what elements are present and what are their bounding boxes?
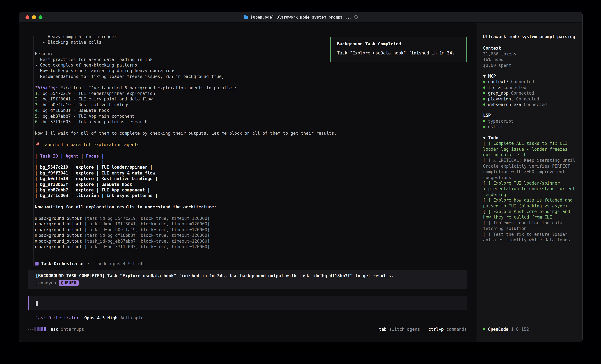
todo-checkbox: [ ] (483, 209, 493, 214)
minimize-button[interactable] (32, 15, 36, 19)
context-spent: $0.00 spent (483, 62, 577, 68)
folder-icon (244, 15, 249, 19)
terminal-line: ⚙background_output [task_id=bg_b0effa19,… (35, 227, 477, 233)
terminal-line (35, 147, 477, 153)
todo-text: Explore Rust core bindings and how they'… (483, 209, 570, 220)
todo-checkbox: [ ] (483, 198, 493, 202)
app-version: 1.0.152 (511, 327, 529, 332)
tab-key[interactable]: tab (379, 326, 387, 332)
todo-item[interactable]: [ ] Explore how data is fetched and pass… (483, 197, 577, 209)
notification-message: Task "Explore useData hook" finished in … (337, 51, 461, 56)
progress-spinner (28, 327, 46, 331)
terminal-line: 3. bg_b0effa19 - Rust native bindings (35, 102, 477, 108)
banner-user: junhoyeo (36, 280, 56, 285)
collapse-icon[interactable]: ▼ (483, 135, 486, 140)
connected-dot-icon (483, 86, 485, 89)
collapse-icon[interactable]: ▼ (483, 74, 486, 79)
todo-text: Complete ALL tasks to fix CLI loader lag… (483, 141, 568, 157)
traffic-lights (19, 15, 42, 19)
context-used: 16% used (483, 57, 577, 62)
zoom-button[interactable] (39, 15, 42, 19)
mcp-heading[interactable]: ▼ MCP (483, 73, 577, 79)
terminal-line (35, 79, 477, 85)
terminal-line: |---------|-------|-------| (35, 159, 477, 164)
app-name: OpenCode (488, 327, 508, 332)
desktop: [OpenCode] Ultrawork mode system prompt … (0, 0, 601, 364)
close-button[interactable] (25, 15, 30, 19)
esc-label: interrupt (61, 326, 84, 332)
terminal-line: - How to keep spinner animating during h… (35, 68, 477, 74)
terminal-line: Task-Orchestrator · claude-opus-4-5-high (35, 261, 477, 267)
terminal-line (35, 255, 477, 261)
terminal-line: ⚙background_output [task_id=bg_5547c219,… (35, 216, 477, 221)
session-title: Ultrawork mode system prompt parsing (483, 34, 577, 40)
text-cursor (36, 301, 38, 306)
terminal-line (35, 125, 477, 130)
gear-icon: ⚙ (35, 238, 38, 244)
conversation-pane[interactable]: - Heavy computation in render - Blocking… (19, 22, 477, 342)
terminal-line: | bg_eb87ebb7 | explore | TUI App compon… (35, 187, 477, 193)
ctrlp-label: commands (446, 326, 467, 332)
terminal-line: Launched 6 parallel exploration agents! (35, 142, 477, 147)
terminal-line: | Task ID | Agent | Focus | (35, 153, 477, 159)
connected-dot-icon (483, 81, 485, 83)
terminal-line: | bg_b0effa19 | explore | Rust native bi… (35, 176, 477, 182)
gear-icon: ⚙ (35, 227, 38, 233)
connected-dot-icon (483, 92, 485, 95)
model-name: Opus 4.5 High (84, 316, 118, 320)
todo-heading[interactable]: ▼ Todo (483, 135, 577, 141)
mcp-section: ▼ MCP context7 Connectedfigma Connectedg… (483, 73, 577, 107)
terminal-line: ⚙background_output [task_id=bg_eb87ebb7,… (35, 238, 477, 244)
terminal-line: 5. bg_eb87ebb7 - TUI App main component (35, 113, 477, 119)
window-title-area: [OpenCode] Ultrawork mode system prompt … (19, 12, 582, 22)
todo-checkbox: [ ] (483, 181, 493, 186)
terminal-line: ⚙background_output [task_id=bg_df18bb3f,… (35, 232, 477, 238)
status-bar: esc interrupt tab switch agent ctrl+p co… (28, 326, 467, 332)
connected-dot-icon (483, 120, 485, 122)
mcp-list: context7 Connectedfigma Connectedgrep_ap… (483, 79, 577, 107)
esc-key[interactable]: esc (51, 326, 58, 332)
connected-dot-icon (483, 98, 485, 100)
mcp-item: websearch_exa Connected (483, 102, 577, 107)
tab-label: switch agent (389, 326, 420, 332)
gear-icon: ⚙ (35, 221, 38, 227)
gear-icon: ⚙ (35, 244, 38, 250)
rocket-icon (35, 142, 40, 147)
notification-title: Background Task Completed (337, 41, 461, 46)
todo-item[interactable]: [ ] ⚠ CRITICAL: Keep iterating until Ora… (483, 158, 577, 180)
terminal-line: Thinking: Excellent! I've launched 6 bac… (35, 85, 477, 91)
todo-section: ▼ Todo [ ] Complete ALL tasks to fix CLI… (483, 135, 577, 243)
window-title: [OpenCode] Ultrawork mode system prompt … (250, 15, 352, 19)
mcp-item: figma Connected (483, 85, 577, 90)
notification-toast[interactable]: Background Task Completed Task "Explore … (330, 37, 467, 62)
terminal-line (35, 210, 477, 216)
todo-text: Explore how data is fetched and passed t… (483, 198, 572, 208)
mcp-item: context7 Connected (483, 79, 577, 85)
connected-dot-icon (483, 103, 485, 106)
todo-item[interactable]: [ ] Implement non-blocking data fetching… (483, 220, 577, 231)
todo-item[interactable]: [ ] Explore Rust core bindings and how t… (483, 209, 577, 220)
todo-item[interactable]: [ ] Explore TUI loader/spinner implement… (483, 180, 577, 197)
sidebar: Ultrawork mode system prompt parsing Con… (477, 22, 582, 342)
context-heading: Context (483, 46, 577, 51)
terminal-window: [OpenCode] Ultrawork mode system prompt … (19, 12, 583, 342)
provider-name: Anthropic (120, 316, 144, 320)
status-dot-icon (483, 328, 485, 330)
terminal-line: ⚙background_output [task_id=bg_f9ff3041,… (35, 221, 477, 227)
banner-text: [BACKGROUND TASK COMPLETED] Task "Explor… (36, 273, 459, 278)
lsp-list: typescripteslint (483, 118, 577, 130)
terminal-line: ⚙background_output [task_id=bg_37f1c003,… (35, 244, 477, 250)
prompt-input[interactable] (28, 296, 467, 310)
todo-item[interactable]: [ ] Complete ALL tasks to fix CLI loader… (483, 141, 577, 158)
agent-name[interactable]: Task-Orchestrator (36, 316, 79, 320)
terminal-line: 1. bg_5547c219 - TUI loader/spinner expl… (35, 91, 477, 96)
context-tokens: 31,686 tokens (483, 51, 577, 57)
todo-checkbox: [ ] (483, 158, 493, 163)
window-titlebar[interactable]: [OpenCode] Ultrawork mode system prompt … (19, 12, 582, 22)
todo-item[interactable]: [ ] Test the fix to ensure loader animat… (483, 231, 577, 243)
background-task-banner: [BACKGROUND TASK COMPLETED] Task "Explor… (28, 269, 467, 289)
agent-bar: Task-OrchestratorOpus 4.5 HighAnthropic (28, 315, 477, 321)
banner-meta: junhoyeoQUEUED (36, 280, 459, 286)
ctrlp-key[interactable]: ctrl+p (428, 326, 444, 332)
gear-icon: ⚙ (35, 216, 38, 221)
